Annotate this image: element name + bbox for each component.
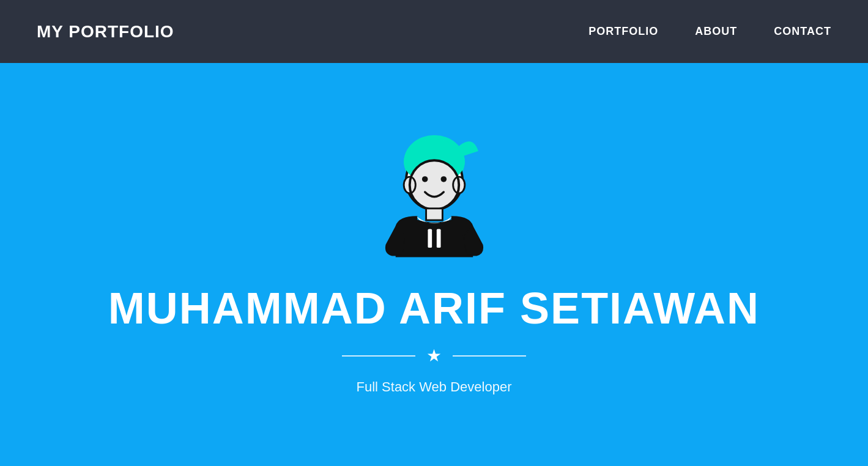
avatar: [367, 122, 502, 265]
divider-line-right: [453, 355, 526, 357]
svg-point-6: [421, 176, 428, 182]
nav-link-contact[interactable]: CONTACT: [774, 25, 831, 37]
nav-item-portfolio[interactable]: PORTFOLIO: [588, 25, 658, 38]
star-icon: ★: [426, 346, 442, 366]
svg-rect-10: [428, 229, 432, 248]
nav-links: PORTFOLIO ABOUT CONTACT: [588, 25, 831, 38]
svg-rect-11: [436, 229, 440, 248]
divider-line-left: [342, 355, 415, 357]
nav-item-contact[interactable]: CONTACT: [774, 25, 831, 38]
nav-item-about[interactable]: ABOUT: [695, 25, 737, 38]
hero-name: MUHAMMAD ARIF SETIAWAN: [108, 283, 760, 333]
nav-link-about[interactable]: ABOUT: [695, 25, 737, 37]
hero-section: MUHAMMAD ARIF SETIAWAN ★ Full Stack Web …: [0, 63, 868, 466]
nav-brand: MY PORTFOLIO: [37, 22, 174, 42]
svg-rect-9: [426, 209, 442, 220]
nav-link-portfolio[interactable]: PORTFOLIO: [588, 25, 658, 37]
hero-subtitle: Full Stack Web Developer: [357, 379, 512, 395]
hero-divider: ★: [342, 346, 526, 366]
navbar: MY PORTFOLIO PORTFOLIO ABOUT CONTACT: [0, 0, 868, 63]
svg-point-7: [440, 176, 447, 182]
